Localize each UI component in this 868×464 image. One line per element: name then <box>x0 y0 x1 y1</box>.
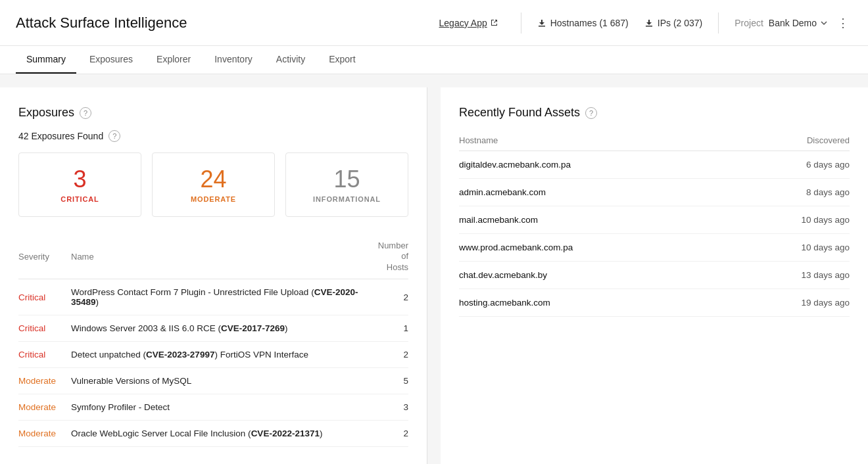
nav-tabs: Summary Exposures Explorer Inventory Act… <box>0 46 868 74</box>
exposures-found: 42 Exposures Found ? <box>18 130 408 142</box>
header: Attack Surface Intelligence Legacy App H… <box>0 0 868 46</box>
list-item[interactable]: digitaldev.acmebank.com.pa6 days ago <box>459 151 850 179</box>
moderate-count: 24 <box>163 166 264 193</box>
hosts-cell: 3 <box>375 394 408 421</box>
discovered-cell: 10 days ago <box>733 206 850 234</box>
discovered-cell: 19 days ago <box>733 289 850 317</box>
hosts-cell: 5 <box>375 368 408 394</box>
name-cell: Windows Server 2003 & IIS 6.0 RCE (CVE-2… <box>71 315 375 342</box>
tab-explorer[interactable]: Explorer <box>146 46 201 74</box>
exposures-header: Exposures ? <box>18 106 408 120</box>
discovered-cell: 6 days ago <box>733 151 850 179</box>
severity-cell: Moderate <box>18 368 71 394</box>
table-row[interactable]: CriticalWordPress Contact Form 7 Plugin … <box>18 279 408 315</box>
hosts-cell: 2 <box>375 342 408 368</box>
project-selector[interactable]: Project Bank Demo <box>735 18 829 28</box>
hostname-cell: admin.acmebank.com <box>459 179 733 206</box>
list-item[interactable]: www.prod.acmebank.com.pa10 days ago <box>459 234 850 262</box>
severity-cell: Critical <box>18 279 71 315</box>
discovered-cell: 13 days ago <box>733 262 850 289</box>
hosts-cell: 2 <box>375 279 408 315</box>
table-row[interactable]: ModerateVulnerable Versions of MySQL5 <box>18 368 408 394</box>
legacy-app-link[interactable]: Legacy App <box>439 18 498 28</box>
exposures-found-label: 42 Exposures Found <box>18 131 103 141</box>
divider <box>521 12 521 34</box>
table-row[interactable]: ModerateOracle WebLogic Server Local Fil… <box>18 421 408 447</box>
assets-table: Hostname Discovered digitaldev.acmebank.… <box>459 130 850 317</box>
more-menu-button[interactable]: ⋮ <box>834 14 852 32</box>
severity-cell: Critical <box>18 342 71 368</box>
hostname-cell: digitaldev.acmebank.com.pa <box>459 151 733 179</box>
list-item[interactable]: mail.acmebank.com10 days ago <box>459 206 850 234</box>
tab-export[interactable]: Export <box>318 46 366 74</box>
severity-cell: Critical <box>18 315 71 342</box>
hosts-cell: 2 <box>375 421 408 447</box>
name-cell: WordPress Contact Form 7 Plugin - Unrest… <box>71 279 375 315</box>
severity-cell: Moderate <box>18 394 71 421</box>
severity-box-critical[interactable]: 3 CRITICAL <box>18 152 141 217</box>
chevron-down-icon <box>819 18 829 28</box>
critical-count: 3 <box>30 166 130 193</box>
divider2 <box>718 12 719 34</box>
cve-bold: CVE-2023-27997 <box>146 350 214 360</box>
exposures-found-help-icon[interactable]: ? <box>108 130 120 142</box>
hostname-cell: www.prod.acmebank.com.pa <box>459 234 733 262</box>
col-severity: Severity <box>18 235 71 279</box>
svg-rect-1 <box>646 26 652 27</box>
severity-box-moderate[interactable]: 24 MODERATE <box>152 152 275 217</box>
col-hostname: Hostname <box>459 130 733 151</box>
exposures-panel: Exposures ? 42 Exposures Found ? 3 CRITI… <box>0 87 427 464</box>
moderate-label: MODERATE <box>163 195 264 203</box>
legacy-app-label: Legacy App <box>439 18 487 28</box>
col-name: Name <box>71 235 375 279</box>
severity-box-informational[interactable]: 15 INFORMATIONAL <box>285 152 408 217</box>
assets-header: Recently Found Assets ? <box>459 106 850 120</box>
tab-activity[interactable]: Activity <box>266 46 316 74</box>
name-cell: Oracle WebLogic Server Local File Inclus… <box>71 421 375 447</box>
table-row[interactable]: CriticalWindows Server 2003 & IIS 6.0 RC… <box>18 315 408 342</box>
hostnames-button[interactable]: Hostnames (1 687) <box>532 14 634 32</box>
list-item[interactable]: admin.acmebank.com8 days ago <box>459 179 850 206</box>
tab-exposures[interactable]: Exposures <box>79 46 143 74</box>
exposures-help-icon[interactable]: ? <box>80 107 91 119</box>
project-prefix: Project <box>735 18 763 28</box>
ips-button[interactable]: IPs (2 037) <box>639 14 708 32</box>
informational-label: INFORMATIONAL <box>297 195 397 203</box>
cve-bold: CVE-2017-7269 <box>221 323 285 333</box>
exposures-table: Severity Name Number ofHosts CriticalWor… <box>18 235 408 448</box>
exposures-title: Exposures <box>18 106 74 120</box>
list-item[interactable]: hosting.acmebank.com19 days ago <box>459 289 850 317</box>
table-row[interactable]: CriticalDetect unpatched (CVE-2023-27997… <box>18 342 408 368</box>
critical-label: CRITICAL <box>30 195 130 203</box>
main-content: Exposures ? 42 Exposures Found ? 3 CRITI… <box>0 87 868 464</box>
hostname-cell: hosting.acmebank.com <box>459 289 733 317</box>
assets-help-icon[interactable]: ? <box>585 107 597 119</box>
tab-inventory[interactable]: Inventory <box>204 46 263 74</box>
svg-rect-0 <box>539 26 545 27</box>
name-cell: Detect unpatched (CVE-2023-27997) FortiO… <box>71 342 375 368</box>
page-title: Attack Surface Intelligence <box>16 14 439 32</box>
panel-spacer <box>427 87 441 464</box>
tab-summary[interactable]: Summary <box>16 46 76 74</box>
hostname-cell: chat.dev.acmebank.by <box>459 262 733 289</box>
table-row[interactable]: ModerateSymfony Profiler - Detect3 <box>18 394 408 421</box>
ips-label: IPs (2 037) <box>658 18 702 28</box>
hostname-cell: mail.acmebank.com <box>459 206 733 234</box>
download-icon <box>537 18 546 28</box>
project-name: Bank Demo <box>769 18 817 28</box>
assets-panel: Recently Found Assets ? Hostname Discove… <box>441 87 868 464</box>
col-discovered: Discovered <box>733 130 850 151</box>
severity-boxes: 3 CRITICAL 24 MODERATE 15 INFORMATIONAL <box>18 152 408 217</box>
assets-title: Recently Found Assets <box>459 106 580 120</box>
background-strip <box>0 74 868 87</box>
col-hosts: Number ofHosts <box>375 235 408 279</box>
name-cell: Vulnerable Versions of MySQL <box>71 368 375 394</box>
cve-bold: CVE-2022-21371 <box>251 429 320 438</box>
discovered-cell: 10 days ago <box>733 234 850 262</box>
hostnames-label: Hostnames (1 687) <box>550 18 629 28</box>
informational-count: 15 <box>297 166 397 193</box>
external-link-icon <box>490 18 498 27</box>
name-cell: Symfony Profiler - Detect <box>71 394 375 421</box>
list-item[interactable]: chat.dev.acmebank.by13 days ago <box>459 262 850 289</box>
download-ips-icon <box>644 18 654 28</box>
